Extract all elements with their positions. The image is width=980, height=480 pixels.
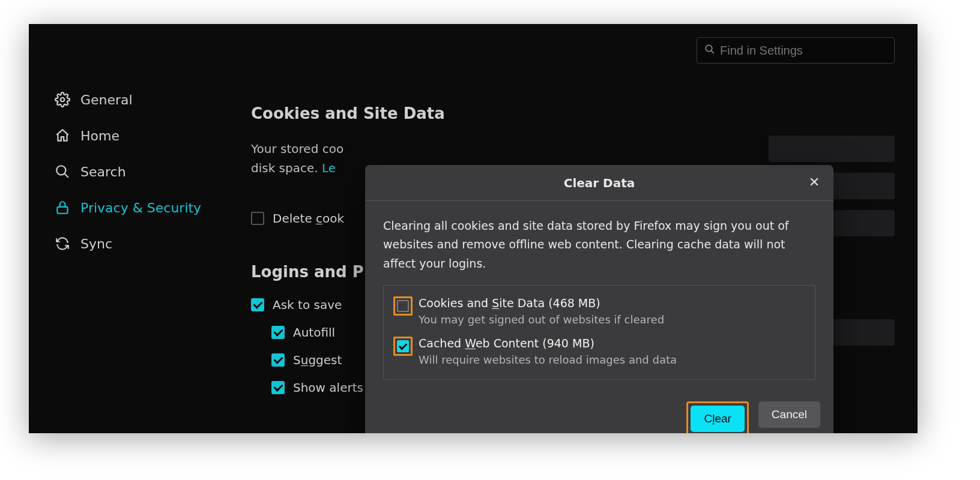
clear-options-group: Cookies and Site Data (468 MB) You may g… xyxy=(383,285,815,380)
learn-more-link[interactable]: Le xyxy=(322,161,336,175)
svg-line-4 xyxy=(65,174,68,178)
search-icon xyxy=(704,44,720,57)
sidebar-item-sync[interactable]: Sync xyxy=(54,235,222,252)
dialog-title: Clear Data xyxy=(564,176,635,190)
checkbox-unchecked-icon[interactable] xyxy=(251,212,264,225)
sidebar-item-general[interactable]: General xyxy=(54,91,222,108)
highlight-box xyxy=(393,296,413,316)
clear-button[interactable]: Clear xyxy=(691,406,744,432)
svg-point-0 xyxy=(706,45,712,52)
checkbox-checked-icon[interactable] xyxy=(397,340,409,352)
settings-window: General Home Search Privacy & Security S… xyxy=(29,24,918,433)
highlight-box: Clear xyxy=(686,401,748,433)
option-cached-web-content[interactable]: Cached Web Content (940 MB) Will require… xyxy=(393,337,805,366)
checkbox-unchecked-icon[interactable] xyxy=(397,300,409,312)
option-title: Cached Web Content (940 MB) xyxy=(419,337,805,350)
checkbox-label: Autofill xyxy=(293,325,335,340)
cookies-heading: Cookies and Site Data xyxy=(251,104,839,122)
close-icon xyxy=(808,176,820,191)
home-icon xyxy=(54,127,71,144)
lock-icon xyxy=(54,199,71,216)
settings-sidebar: General Home Search Privacy & Security S… xyxy=(54,91,222,252)
svg-rect-5 xyxy=(57,207,67,214)
search-icon xyxy=(54,163,71,180)
checkbox-label: Ask to save xyxy=(273,298,342,312)
checkbox-label: Suggest xyxy=(293,353,342,367)
sidebar-item-label: Privacy & Security xyxy=(80,200,201,215)
svg-line-1 xyxy=(712,51,714,53)
sync-icon xyxy=(54,235,71,252)
checkbox-label: Delete cook xyxy=(273,211,344,226)
option-subtitle: Will require websites to reload images a… xyxy=(419,353,805,366)
sidebar-item-label: General xyxy=(80,92,133,107)
option-title: Cookies and Site Data (468 MB) xyxy=(419,296,805,310)
cancel-button[interactable]: Cancel xyxy=(758,401,820,428)
search-settings-field[interactable] xyxy=(697,37,895,64)
sidebar-item-label: Search xyxy=(80,164,126,179)
checkbox-checked-icon[interactable] xyxy=(271,353,285,367)
search-input[interactable] xyxy=(720,44,887,58)
dialog-intro-text: Clearing all cookies and site data store… xyxy=(383,217,815,273)
highlight-box xyxy=(393,337,413,356)
svg-point-3 xyxy=(56,166,65,175)
checkbox-checked-icon[interactable] xyxy=(251,298,264,311)
sidebar-item-home[interactable]: Home xyxy=(54,127,222,144)
option-cookies-site-data[interactable]: Cookies and Site Data (468 MB) You may g… xyxy=(393,296,805,326)
sidebar-item-privacy[interactable]: Privacy & Security xyxy=(54,199,222,216)
dialog-footer: Clear Cancel xyxy=(365,393,833,433)
close-button[interactable] xyxy=(805,173,824,193)
checkbox-checked-icon[interactable] xyxy=(271,326,285,339)
dialog-body: Clearing all cookies and site data store… xyxy=(365,201,833,393)
dialog-header: Clear Data xyxy=(365,165,833,201)
option-subtitle: You may get signed out of websites if cl… xyxy=(419,313,805,326)
sidebar-item-label: Home xyxy=(80,128,119,143)
clear-data-dialog: Clear Data Clearing all cookies and site… xyxy=(365,165,833,433)
gear-icon xyxy=(54,91,71,108)
sidebar-item-search[interactable]: Search xyxy=(54,163,222,180)
checkbox-checked-icon[interactable] xyxy=(271,381,285,394)
svg-point-2 xyxy=(61,98,65,102)
cookies-description-line1: Your stored coo xyxy=(251,139,839,158)
sidebar-item-label: Sync xyxy=(80,236,112,251)
